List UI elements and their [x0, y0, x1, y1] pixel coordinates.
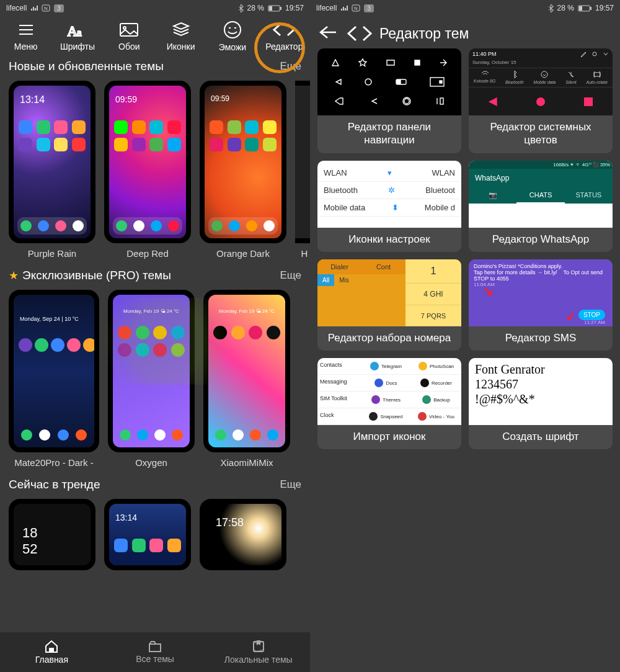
icons-label: Иконки	[167, 42, 195, 52]
thumb-import-icons: ContactsTelegramPhotoScan MessagingDocsR…	[317, 358, 461, 425]
back-button[interactable]	[319, 25, 337, 42]
svg-rect-27	[594, 73, 600, 76]
card-create-font[interactable]: Font Genrator 1234567 !@#$%^&* Создать ш…	[469, 358, 613, 449]
notification-count-badge: 3	[364, 4, 374, 12]
thumb-whatsapp: 166B/s ✶ ᯤ 4Gᴴ ⬛ 35% WhatsApp 📷CHATSSTAT…	[469, 161, 613, 228]
svg-rect-19	[397, 80, 401, 84]
theme-card[interactable]: 17:58	[200, 499, 286, 570]
svg-rect-24	[440, 98, 443, 104]
nav-local-themes[interactable]: Локальные темы	[206, 632, 310, 672]
svg-point-17	[365, 79, 371, 85]
menu-label: Меню	[14, 42, 38, 52]
card-system-colors[interactable]: 11:40 PM Sunday, October 15 Kokode-5G Bl…	[469, 48, 613, 153]
fonts-label: Шрифты	[60, 42, 95, 52]
nav-home-label: Главная	[35, 655, 68, 665]
thumb-font: Font Genrator 1234567 !@#$%^&*	[469, 358, 613, 425]
theme-card[interactable]: Monday, Feb 19 🌤 24 °C XiaomiMiMix	[203, 290, 290, 468]
carrier-label: lifecell	[6, 4, 27, 12]
card-whatsapp-editor[interactable]: 166B/s ✶ ᯤ 4Gᴴ ⬛ 35% WhatsApp 📷CHATSSTAT…	[469, 161, 613, 252]
theme-card[interactable]: Monday, Sep 24 | 10 °C Mate20Pro - Dark …	[9, 290, 99, 468]
theme-name: XiaomiMiMix	[220, 457, 273, 468]
card-label: Иконки настроек	[317, 228, 461, 252]
svg-point-26	[541, 71, 547, 78]
emoji-button[interactable]: Эможи	[206, 20, 258, 52]
annotation-arrow-icon: ↙	[566, 309, 575, 323]
battery-icon	[268, 5, 281, 12]
fonts-button[interactable]: Aa Шрифты	[51, 20, 103, 52]
nfc-icon: N	[352, 4, 360, 12]
wallpapers-label: Обои	[118, 42, 140, 52]
theme-name: Oxygen	[135, 457, 167, 468]
nav-all-themes[interactable]: Все темы	[104, 632, 207, 672]
editor-label: Редактор	[265, 42, 303, 52]
svg-text:N: N	[44, 6, 48, 11]
more-link-new[interactable]: Еще	[280, 60, 301, 73]
nav-home[interactable]: Главная	[0, 632, 104, 672]
theme-card[interactable]: 09:59 Deep Red	[104, 81, 191, 259]
nav-local-label: Локальные темы	[224, 655, 293, 665]
card-dialer-editor[interactable]: DialerCont AllMis 14 GHI7 PQRS Редактор …	[317, 259, 461, 351]
signal-icon	[340, 5, 348, 11]
card-label: Редактор WhatsApp	[469, 228, 613, 252]
svg-rect-3	[269, 6, 272, 11]
more-link-trending[interactable]: Еще	[280, 478, 301, 491]
theme-card[interactable]: 09:59 Orange Dark	[200, 81, 286, 259]
bluetooth-icon	[548, 4, 554, 12]
editor-screen: lifecell N 3 28 % 19:57 Редактор тем	[310, 0, 620, 672]
theme-name: H	[301, 248, 308, 259]
svg-rect-15	[590, 7, 591, 10]
svg-point-9	[224, 22, 241, 38]
card-settings-icons[interactable]: WLAN▾WLAN Bluetooth✲Bluetoot Mobile data…	[317, 161, 461, 252]
carrier-label: lifecell	[316, 4, 337, 12]
theme-card[interactable]: H	[295, 81, 310, 259]
thumb-system-colors: 11:40 PM Sunday, October 15 Kokode-5G Bl…	[469, 48, 613, 115]
signal-icon	[30, 5, 38, 11]
card-label: Создать шрифт	[469, 425, 613, 449]
svg-rect-16	[415, 60, 420, 65]
nfc-icon: N	[42, 4, 50, 12]
svg-text:N: N	[354, 6, 358, 11]
theme-name: Mate20Pro - Dark -	[14, 457, 94, 468]
status-bar: lifecell N 3 28 % 19:57	[0, 0, 310, 16]
chevron-down-icon	[603, 51, 609, 57]
top-toolbar: Меню Aa Шрифты Обои Иконки Эможи Редакто…	[0, 16, 310, 53]
theme-row-new[interactable]: 13:14 Purple Rain 09:59 De	[0, 78, 310, 262]
battery-percent: 28 %	[557, 4, 574, 12]
card-nav-editor[interactable]: Редактор панели навигации	[317, 48, 461, 153]
editor-button[interactable]: Редактор	[259, 20, 310, 52]
icons-button[interactable]: Иконки	[155, 20, 206, 52]
section-header-trending: Сейчас в тренде Еще	[0, 472, 310, 496]
svg-point-25	[593, 52, 596, 56]
svg-rect-4	[280, 7, 281, 10]
theme-row-trending[interactable]: 1852 13:14 17:58	[0, 496, 310, 574]
page-title: Редактор тем	[346, 25, 469, 42]
svg-rect-14	[579, 6, 582, 11]
card-import-icons[interactable]: ContactsTelegramPhotoScan MessagingDocsR…	[317, 358, 461, 449]
wallpapers-button[interactable]: Обои	[104, 20, 155, 52]
menu-button[interactable]: Меню	[0, 20, 51, 52]
svg-point-8	[123, 27, 126, 29]
card-label: Редактор системных цветов	[469, 115, 613, 153]
thumb-sms: Domino's Pizzas! *Conditions apply. Tap …	[469, 259, 613, 326]
theme-row-pro[interactable]: Monday, Sep 24 | 10 °C Mate20Pro - Dark …	[0, 287, 310, 472]
theme-card[interactable]: 13:14	[104, 499, 191, 570]
theme-card[interactable]: 13:14 Purple Rain	[9, 81, 95, 259]
nav-all-label: Все темы	[136, 654, 174, 664]
bluetooth-icon	[238, 4, 244, 12]
editor-card-grid: Редактор панели навигации 11:40 PM Sunda…	[310, 48, 620, 449]
section-header-new: Новые и обновленные темы Еще	[0, 53, 310, 78]
section-header-pro: ★Эксклюзивные (PRO) темы Еще	[0, 262, 310, 287]
section-title-pro: ★Эксклюзивные (PRO) темы	[9, 269, 171, 282]
section-title-new: Новые и обновленные темы	[9, 60, 164, 73]
svg-rect-21	[440, 81, 442, 83]
theme-card[interactable]: 1852	[9, 499, 95, 570]
theme-card[interactable]: Monday, Feb 19 🌤 24 °C Oxygen	[108, 290, 195, 468]
editor-header: Редактор тем	[310, 16, 620, 48]
card-label: Импорт иконок	[317, 425, 461, 449]
card-label: Редактор SMS	[469, 326, 613, 351]
more-link-pro[interactable]: Еще	[280, 269, 301, 282]
notification-count-badge: 3	[54, 4, 64, 12]
card-sms-editor[interactable]: Domino's Pizzas! *Conditions apply. Tap …	[469, 259, 613, 351]
svg-point-22	[404, 99, 409, 104]
svg-text:a: a	[77, 27, 82, 38]
